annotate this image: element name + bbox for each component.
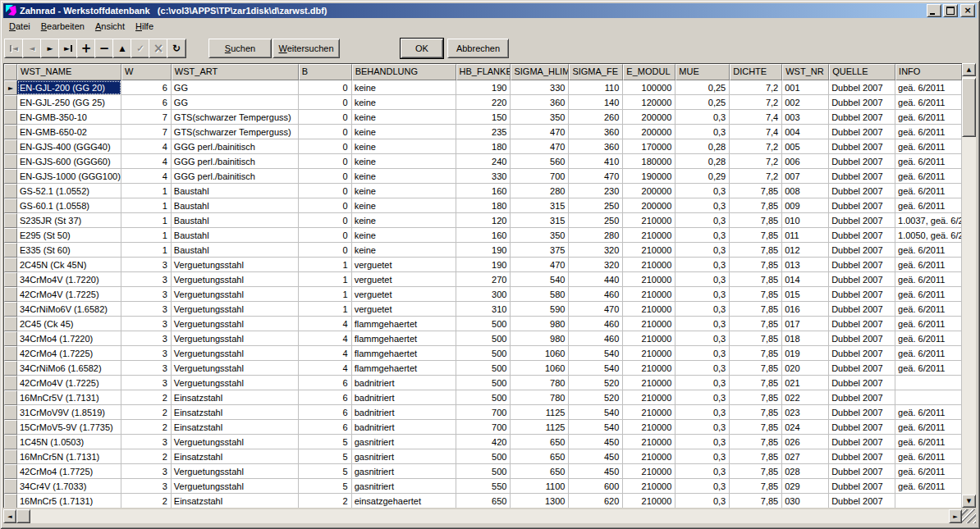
cell-wst_art[interactable]: Verguetungsstahl: [172, 331, 299, 346]
cell-dichte[interactable]: 7,85: [730, 361, 782, 376]
cell-b[interactable]: 6: [299, 420, 352, 435]
cell-wst_nr[interactable]: 002: [782, 95, 829, 110]
cell-behandlung[interactable]: verguetet: [352, 302, 456, 317]
cell-w[interactable]: 3: [121, 331, 172, 346]
cell-sigma_hlim[interactable]: 580: [511, 287, 569, 302]
cell-sigma_hlim[interactable]: 350: [511, 228, 569, 243]
cell-info[interactable]: 1.0037, geä. 6/2011: [895, 213, 962, 228]
cell-sigma_hlim[interactable]: 700: [511, 169, 569, 184]
cell-w[interactable]: 3: [121, 287, 172, 302]
cell-b[interactable]: 6: [299, 405, 352, 420]
cell-b[interactable]: 0: [299, 169, 352, 184]
cell-hb_flanke[interactable]: 190: [456, 80, 511, 95]
cell-mue[interactable]: 0,3: [675, 317, 730, 331]
cell-wst_name[interactable]: EN-GMB-650-02: [17, 125, 121, 139]
cell-info[interactable]: geä. 6/2011: [895, 272, 962, 287]
cell-info[interactable]: [895, 494, 962, 508]
cell-info[interactable]: geä. 6/2011: [895, 169, 962, 184]
cell-mue[interactable]: 0,3: [675, 213, 730, 228]
cell-sigma_fe[interactable]: 540: [569, 361, 623, 376]
cell-sigma_hlim[interactable]: 330: [511, 80, 569, 95]
cell-sigma_fe[interactable]: 600: [569, 479, 623, 494]
cell-info[interactable]: geä. 6/2011: [895, 125, 962, 139]
cell-wst_name[interactable]: 2C45N (Ck 45N): [17, 258, 121, 272]
cell-sigma_fe[interactable]: 540: [569, 420, 623, 435]
cell-info[interactable]: geä. 6/2011: [895, 420, 962, 435]
cell-e_modul[interactable]: 210000: [623, 420, 675, 435]
cell-sigma_fe[interactable]: 280: [569, 228, 623, 243]
weitersuchen-button[interactable]: Weitersuchen: [272, 39, 340, 58]
cell-wst_art[interactable]: Verguetungsstahl: [172, 361, 299, 376]
cell-wst_name[interactable]: 2C45 (Ck 45): [17, 317, 121, 331]
cell-sigma_hlim[interactable]: 1125: [511, 405, 569, 420]
cell-e_modul[interactable]: 190000: [623, 169, 675, 184]
cell-b[interactable]: 2: [299, 494, 352, 508]
cell-wst_name[interactable]: 34CrNiMo6 (1.6582): [17, 361, 121, 376]
cell-sigma_hlim[interactable]: 315: [511, 198, 569, 213]
cell-dichte[interactable]: 7,85: [730, 376, 782, 390]
menu-item-bearbeiten[interactable]: Bearbeiten: [36, 20, 90, 34]
cell-w[interactable]: 3: [121, 464, 172, 479]
last-record-button[interactable]: ►: [58, 39, 78, 58]
cell-sigma_hlim[interactable]: 560: [511, 154, 569, 169]
cell-wst_art[interactable]: GGG perl./bainitisch: [172, 154, 299, 169]
cell-wst_nr[interactable]: 023: [782, 405, 829, 420]
cell-sigma_hlim[interactable]: 780: [511, 390, 569, 405]
cell-wst_name[interactable]: GS-52.1 (1.0552): [17, 184, 121, 198]
cell-hb_flanke[interactable]: 220: [456, 95, 511, 110]
cell-dichte[interactable]: 7,85: [730, 317, 782, 331]
cell-w[interactable]: 1: [121, 228, 172, 243]
cell-b[interactable]: 0: [299, 213, 352, 228]
cell-hb_flanke[interactable]: 500: [456, 317, 511, 331]
cell-sigma_fe[interactable]: 460: [569, 331, 623, 346]
cell-e_modul[interactable]: 210000: [623, 331, 675, 346]
cell-mue[interactable]: 0,3: [675, 390, 730, 405]
cell-dichte[interactable]: 7,85: [730, 184, 782, 198]
cell-mue[interactable]: 0,3: [675, 287, 730, 302]
cell-dichte[interactable]: 7,85: [730, 287, 782, 302]
cell-b[interactable]: 5: [299, 464, 352, 479]
cell-mue[interactable]: 0,3: [675, 228, 730, 243]
cell-w[interactable]: 2: [121, 494, 172, 508]
cell-e_modul[interactable]: 210000: [623, 405, 675, 420]
cell-info[interactable]: geä. 6/2011: [895, 479, 962, 494]
cell-behandlung[interactable]: badnitriert: [352, 420, 456, 435]
cell-mue[interactable]: 0,3: [675, 361, 730, 376]
cell-e_modul[interactable]: 100000: [623, 80, 675, 95]
suchen-button[interactable]: Suchen: [208, 39, 272, 58]
cell-w[interactable]: 3: [121, 272, 172, 287]
cell-sigma_fe[interactable]: 360: [569, 139, 623, 154]
cell-sigma_fe[interactable]: 440: [569, 272, 623, 287]
cell-dichte[interactable]: 7,85: [730, 302, 782, 317]
cell-info[interactable]: geä. 6/2011: [895, 361, 962, 376]
cell-hb_flanke[interactable]: 160: [456, 228, 511, 243]
cell-w[interactable]: 3: [121, 258, 172, 272]
cell-behandlung[interactable]: keine: [352, 184, 456, 198]
cell-wst_name[interactable]: S235JR (St 37): [17, 213, 121, 228]
cell-wst_nr[interactable]: 001: [782, 80, 829, 95]
cell-hb_flanke[interactable]: 190: [456, 258, 511, 272]
cell-info[interactable]: geä. 6/2011: [895, 449, 962, 464]
cell-b[interactable]: 0: [299, 154, 352, 169]
cell-quelle[interactable]: Dubbel 2007: [829, 420, 895, 435]
cell-behandlung[interactable]: badnitriert: [352, 376, 456, 390]
cell-wst_name[interactable]: EN-GJL-250 (GG 25): [17, 95, 121, 110]
cell-sigma_fe[interactable]: 540: [569, 346, 623, 361]
cell-dichte[interactable]: 7,85: [730, 272, 782, 287]
cell-mue[interactable]: 0,3: [675, 258, 730, 272]
cell-info[interactable]: geä. 6/2011: [895, 302, 962, 317]
cell-behandlung[interactable]: keine: [352, 110, 456, 125]
cell-quelle[interactable]: Dubbel 2007: [829, 198, 895, 213]
cell-hb_flanke[interactable]: 190: [456, 243, 511, 258]
cell-quelle[interactable]: Dubbel 2007: [829, 479, 895, 494]
cell-w[interactable]: 1: [121, 184, 172, 198]
cell-sigma_fe[interactable]: 320: [569, 243, 623, 258]
cell-e_modul[interactable]: 210000: [623, 435, 675, 449]
cell-b[interactable]: 0: [299, 139, 352, 154]
cell-mue[interactable]: 0,3: [675, 243, 730, 258]
cell-hb_flanke[interactable]: 160: [456, 184, 511, 198]
cell-wst_name[interactable]: 31CrMoV9V (1.8519): [17, 405, 121, 420]
cell-sigma_fe[interactable]: 470: [569, 302, 623, 317]
menu-item-ansicht[interactable]: Ansicht: [90, 20, 131, 34]
cell-behandlung[interactable]: keine: [352, 154, 456, 169]
